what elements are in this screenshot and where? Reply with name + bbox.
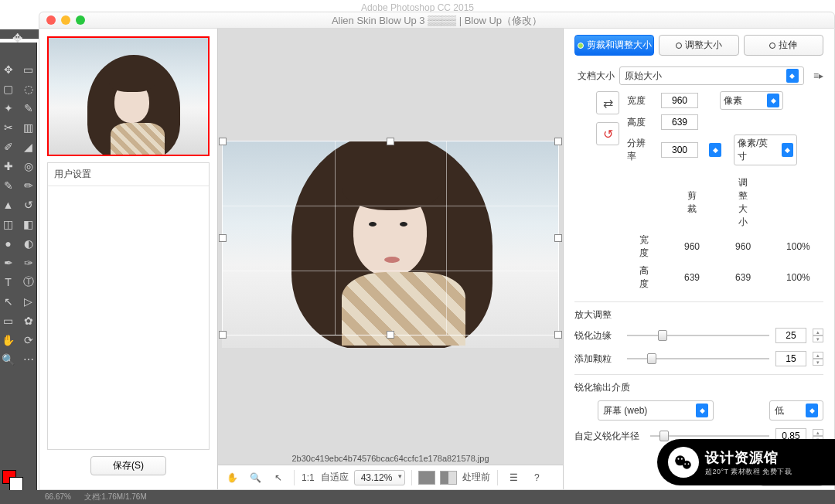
svg-point-4: [684, 463, 686, 465]
crop-handle-l[interactable]: [219, 234, 227, 242]
direct-select-tool-icon[interactable]: ▷: [21, 294, 36, 309]
stepper-down-icon[interactable]: ▾: [813, 335, 823, 342]
custom-shape-tool-icon[interactable]: ✿: [21, 313, 36, 329]
help-icon[interactable]: ?: [527, 468, 546, 487]
sharpen-edges-value[interactable]: [775, 328, 806, 343]
swap-dimensions-icon[interactable]: ⇄: [596, 91, 619, 114]
resolution-dropdown-icon[interactable]: ◆: [709, 143, 721, 157]
sharpen-edges-slider[interactable]: [627, 329, 769, 342]
svg-point-5: [688, 463, 690, 465]
type-tool-icon[interactable]: T: [1, 274, 16, 290]
add-grain-slider[interactable]: [627, 352, 769, 365]
edit-toolbar-icon[interactable]: ⋯: [21, 352, 36, 367]
color-swatches[interactable]: [2, 470, 24, 487]
pointer-tool-icon[interactable]: ↖: [269, 468, 288, 487]
svg-point-1: [683, 461, 691, 469]
healing-tool-icon[interactable]: ✚: [1, 158, 16, 174]
maximize-window-button[interactable]: [76, 15, 85, 25]
ruler-tool-icon[interactable]: ◢: [21, 139, 36, 155]
crop-handle-tl[interactable]: [219, 138, 227, 145]
zoom-combo[interactable]: 43.12%: [354, 470, 406, 485]
one-to-one-button[interactable]: 1:1: [301, 468, 315, 487]
save-preset-button[interactable]: 保存(S): [90, 456, 166, 475]
crop-handle-tr[interactable]: [554, 138, 562, 145]
hand-tool-icon[interactable]: ✋: [223, 468, 241, 487]
pen-tool-icon[interactable]: ✒: [1, 255, 16, 271]
marquee-tool-icon[interactable]: ▢: [1, 81, 16, 97]
fit-button[interactable]: 自适应: [320, 468, 349, 487]
width-input[interactable]: [661, 93, 698, 108]
doc-size-combo[interactable]: 原始大小◆: [619, 66, 804, 85]
preferences-icon[interactable]: ☰: [504, 468, 523, 487]
quick-select-tool-icon[interactable]: ✎: [21, 100, 36, 116]
photoshop-status-bar: 66.67% 文档:1.76M/1.76M: [0, 490, 835, 504]
width-unit-combo[interactable]: 像素◆: [720, 91, 783, 110]
output-strength-combo[interactable]: 低◆: [769, 400, 823, 421]
crop-handle-b[interactable]: [387, 331, 394, 339]
before-button[interactable]: 处理前: [462, 468, 491, 487]
stepper-up-icon[interactable]: ▴: [813, 352, 823, 359]
hand-tool-icon[interactable]: ✋: [1, 332, 16, 348]
brush-tool-icon[interactable]: ✎: [1, 178, 16, 193]
history-brush-tool-icon[interactable]: ↺: [21, 197, 36, 213]
move-tool-icon[interactable]: ✥: [1, 62, 16, 77]
crop-handle-bl[interactable]: [219, 331, 227, 339]
crop-tool-icon[interactable]: ✂: [1, 120, 16, 135]
split-view-icon[interactable]: [440, 471, 457, 485]
minimize-window-button[interactable]: [61, 15, 70, 25]
tab-stretch[interactable]: 拉伸: [744, 35, 823, 56]
stepper-up-icon[interactable]: ▴: [813, 429, 823, 436]
shape-tool-icon[interactable]: ▭: [1, 313, 16, 329]
zoom-tool-icon[interactable]: 🔍: [246, 468, 264, 487]
eraser-tool-icon[interactable]: ◫: [1, 216, 16, 232]
reset-resolution-icon[interactable]: ↺: [596, 122, 619, 145]
watermark-title: 设计资源馆: [705, 448, 792, 467]
artboard-tool-icon[interactable]: ▭: [21, 62, 36, 77]
tab-resize[interactable]: 调整大小: [659, 35, 738, 56]
dodge-tool-icon[interactable]: ◐: [21, 236, 36, 251]
vertical-type-tool-icon[interactable]: Ⓣ: [21, 274, 36, 290]
wand-tool-icon[interactable]: ✦: [1, 100, 16, 116]
single-view-icon[interactable]: [418, 471, 435, 485]
resolution-unit-combo[interactable]: 像素/英寸◆: [734, 135, 797, 165]
wechat-icon: [668, 447, 699, 478]
user-settings-header: 用户设置: [48, 163, 209, 186]
user-settings-panel: 用户设置: [47, 162, 210, 450]
crop-overlay[interactable]: [222, 141, 559, 335]
height-input[interactable]: [661, 114, 698, 130]
blur-tool-icon[interactable]: ●: [1, 236, 16, 251]
stepper-up-icon[interactable]: ▴: [813, 329, 823, 335]
freeform-pen-tool-icon[interactable]: ✑: [21, 255, 36, 271]
slice-tool-icon[interactable]: ▥: [21, 120, 36, 135]
width-label: 宽度: [627, 94, 653, 107]
sharpen-edges-label: 锐化边缘: [574, 329, 621, 342]
pencil-tool-icon[interactable]: ✏: [21, 178, 36, 193]
patch-tool-icon[interactable]: ◎: [21, 158, 36, 174]
crop-handle-br[interactable]: [554, 331, 562, 339]
output-device-combo[interactable]: 屏幕 (web)◆: [598, 400, 714, 421]
eyedropper-tool-icon[interactable]: ✐: [1, 139, 16, 155]
preset-thumbnail[interactable]: [47, 36, 210, 156]
dimensions-table: 剪裁调整大小 宽度960960100% 高度639639100%: [621, 173, 829, 294]
close-window-button[interactable]: [46, 15, 56, 25]
lasso-tool-icon[interactable]: ◌: [21, 81, 36, 97]
settings-panel: 剪裁和调整大小 调整大小 拉伸 文档大小 原始大小◆ ≡▸ ⇄ ↺ 宽度: [564, 29, 834, 489]
gradient-tool-icon[interactable]: ◧: [21, 216, 36, 232]
background-swatch[interactable]: [9, 477, 23, 491]
crop-handle-t[interactable]: [387, 138, 394, 145]
stamp-tool-icon[interactable]: ▲: [1, 197, 16, 213]
plugin-window-title: Alien Skin Blow Up 3 ▒▒▒▒ | Blow Up（修改）: [39, 12, 834, 29]
rotate-view-tool-icon[interactable]: ⟳: [21, 332, 36, 348]
path-tool-icon[interactable]: ↖: [1, 294, 16, 309]
watermark-badge: 设计资源馆 超20°T 素材教程 免费下载: [657, 439, 835, 485]
add-grain-value[interactable]: [775, 351, 806, 366]
doc-size-menu-icon[interactable]: ≡▸: [813, 70, 823, 81]
filename-label: 2b30c419ebc4b74576bcac64ccfc1e178a821578…: [218, 454, 563, 463]
crop-handle-r[interactable]: [554, 234, 562, 242]
stepper-down-icon[interactable]: ▾: [813, 359, 823, 366]
tab-crop-resize[interactable]: 剪裁和调整大小: [574, 35, 654, 56]
resolution-input[interactable]: [661, 142, 698, 158]
zoom-tool-icon[interactable]: 🔍: [1, 352, 16, 367]
window-controls: [46, 15, 85, 25]
left-panel: 用户设置 保存(S): [39, 29, 217, 489]
